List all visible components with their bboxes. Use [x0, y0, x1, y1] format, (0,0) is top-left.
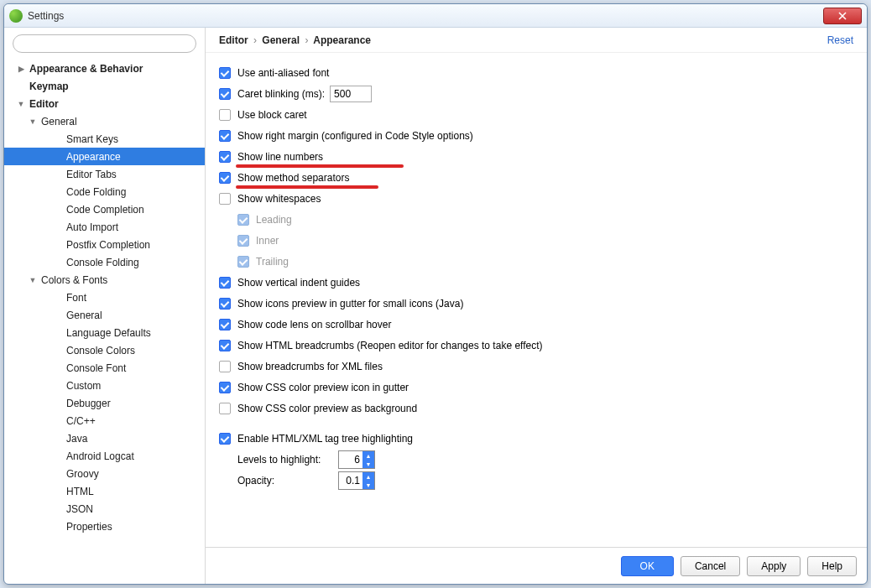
- tree-item[interactable]: ▶Font: [4, 289, 205, 306]
- tree-item[interactable]: ▶Console Font: [4, 359, 205, 377]
- tree-item[interactable]: ▶Keymap: [4, 77, 205, 95]
- checkbox-icon[interactable]: [219, 298, 231, 310]
- tree-item[interactable]: ▶Custom: [4, 377, 205, 394]
- tree-item[interactable]: ▶Auto Import: [4, 218, 205, 236]
- tree-item[interactable]: ▶Language Defaults: [4, 324, 205, 341]
- checkbox-icon[interactable]: [219, 361, 231, 372]
- tree-item-label: Appearance & Behavior: [29, 63, 143, 75]
- tree-item[interactable]: ▶C/C++: [4, 412, 205, 429]
- checkbox-icon[interactable]: [219, 88, 231, 100]
- tree-item-label: Java: [66, 433, 87, 445]
- tree-item[interactable]: ▶Properties: [4, 518, 205, 535]
- settings-tree[interactable]: ▶Appearance & Behavior▶Keymap▼Editor▼Gen…: [4, 58, 205, 584]
- opt-icons-preview[interactable]: Show icons preview in gutter for small i…: [219, 294, 853, 314]
- checkbox-icon[interactable]: [219, 67, 231, 79]
- tree-item-label: Console Folding: [66, 257, 139, 268]
- tree-item[interactable]: ▼General: [4, 112, 205, 130]
- apply-button[interactable]: Apply: [747, 556, 801, 576]
- checkbox-icon[interactable]: [219, 403, 231, 414]
- tree-item[interactable]: ▼Colors & Fonts: [4, 271, 205, 289]
- opt-whitespaces[interactable]: Show whitespaces: [219, 189, 853, 209]
- checkbox-icon[interactable]: [237, 235, 249, 247]
- chevron-down-icon: ▼: [28, 276, 38, 284]
- tree-item[interactable]: ▶Android Logcat: [4, 447, 205, 465]
- tree-item[interactable]: ▶Console Folding: [4, 253, 205, 271]
- tree-item[interactable]: ▼Editor: [4, 95, 205, 112]
- spinner-buttons[interactable]: ▲▼: [362, 472, 374, 489]
- tree-item[interactable]: ▶Java: [4, 429, 205, 447]
- opt-line-numbers[interactable]: Show line numbers: [219, 147, 853, 167]
- close-button[interactable]: [823, 8, 862, 24]
- opacity-spinner[interactable]: ▲▼: [338, 471, 375, 490]
- chevron-up-icon[interactable]: ▲: [362, 451, 374, 460]
- opt-method-separators[interactable]: Show method separators: [219, 168, 853, 188]
- tree-item-label: Editor Tabs: [66, 169, 117, 180]
- checkbox-icon[interactable]: [219, 130, 231, 142]
- tree-item[interactable]: ▶Groovy: [4, 465, 205, 482]
- tree-item-label: Font: [66, 292, 86, 304]
- checkbox-icon[interactable]: [219, 277, 231, 289]
- opt-html-crumbs[interactable]: Show HTML breadcrumbs (Reopen editor for…: [219, 336, 853, 356]
- tree-item[interactable]: ▶Console Colors: [4, 341, 205, 359]
- opt-caret-blink[interactable]: Caret blinking (ms):: [219, 84, 853, 104]
- checkbox-icon[interactable]: [219, 151, 231, 163]
- opacity-input[interactable]: [339, 472, 362, 489]
- opt-ws-inner[interactable]: Inner: [219, 231, 853, 251]
- crumb-editor: Editor: [219, 34, 248, 46]
- opt-ws-leading[interactable]: Leading: [219, 210, 853, 230]
- tree-item[interactable]: ▶HTML: [4, 482, 205, 500]
- tree-item[interactable]: ▶Editor Tabs: [4, 165, 205, 183]
- tree-item-label: Postfix Completion: [66, 239, 150, 251]
- tree-item[interactable]: ▶JSON: [4, 500, 205, 518]
- tree-item[interactable]: ▶Smart Keys: [4, 130, 205, 148]
- tree-item-label: General: [66, 310, 102, 321]
- crumb-appearance: Appearance: [313, 34, 371, 46]
- tree-item[interactable]: ▶Code Completion: [4, 200, 205, 218]
- checkbox-icon[interactable]: [219, 382, 231, 393]
- ok-button[interactable]: OK: [621, 556, 674, 576]
- chevron-up-icon[interactable]: ▲: [362, 472, 374, 481]
- spinner-buttons[interactable]: ▲▼: [362, 451, 374, 468]
- opt-ws-trailing[interactable]: Trailing: [219, 252, 853, 272]
- levels-spinner[interactable]: ▲▼: [338, 450, 375, 469]
- chevron-down-icon[interactable]: ▼: [362, 481, 374, 489]
- cancel-button[interactable]: Cancel: [681, 556, 740, 576]
- tree-item-label: Colors & Fonts: [41, 274, 107, 286]
- opt-code-lens[interactable]: Show code lens on scrollbar hover: [219, 315, 853, 335]
- opt-block-caret[interactable]: Use block caret: [219, 105, 853, 125]
- opt-css-bg[interactable]: Show CSS color preview as background: [219, 398, 853, 419]
- checkbox-icon[interactable]: [219, 172, 231, 184]
- search-input[interactable]: [13, 34, 196, 53]
- opt-tag-tree[interactable]: Enable HTML/XML tag tree highlighting: [219, 429, 853, 449]
- levels-input[interactable]: [339, 451, 362, 468]
- opt-right-margin[interactable]: Show right margin (configured in Code St…: [219, 126, 853, 146]
- checkbox-icon[interactable]: [219, 433, 231, 445]
- breadcrumb: Editor › General › Appearance: [219, 34, 371, 46]
- tree-item[interactable]: ▶Appearance: [4, 148, 205, 165]
- tree-item[interactable]: ▶Code Folding: [4, 183, 205, 200]
- opt-indent-guides[interactable]: Show vertical indent guides: [219, 273, 853, 293]
- tree-item[interactable]: ▶Debugger: [4, 394, 205, 412]
- tree-item-label: Console Colors: [66, 345, 135, 356]
- tree-item[interactable]: ▶General: [4, 306, 205, 324]
- opt-xml-crumbs[interactable]: Show breadcrumbs for XML files: [219, 356, 853, 377]
- sidebar: ▶Appearance & Behavior▶Keymap▼Editor▼Gen…: [4, 28, 206, 584]
- opt-antialiased[interactable]: Use anti-aliased font: [219, 63, 853, 83]
- tree-item-label: Smart Keys: [66, 133, 118, 145]
- tree-item[interactable]: ▶Postfix Completion: [4, 236, 205, 253]
- checkbox-icon[interactable]: [219, 319, 231, 330]
- opt-css-preview[interactable]: Show CSS color preview icon in gutter: [219, 377, 853, 398]
- checkbox-icon[interactable]: [219, 193, 231, 205]
- reset-link[interactable]: Reset: [827, 34, 853, 46]
- search-wrap: [4, 33, 205, 58]
- chevron-down-icon[interactable]: ▼: [362, 460, 374, 468]
- tree-item[interactable]: ▶Appearance & Behavior: [4, 60, 205, 77]
- checkbox-icon[interactable]: [237, 214, 249, 226]
- caret-blink-input[interactable]: [330, 86, 372, 102]
- tree-item-label: Android Logcat: [66, 450, 134, 462]
- help-button[interactable]: Help: [807, 556, 857, 576]
- checkbox-icon[interactable]: [219, 109, 231, 121]
- checkbox-icon[interactable]: [219, 340, 231, 351]
- options-panel: Use anti-aliased font Caret blinking (ms…: [206, 53, 867, 547]
- checkbox-icon[interactable]: [237, 256, 249, 268]
